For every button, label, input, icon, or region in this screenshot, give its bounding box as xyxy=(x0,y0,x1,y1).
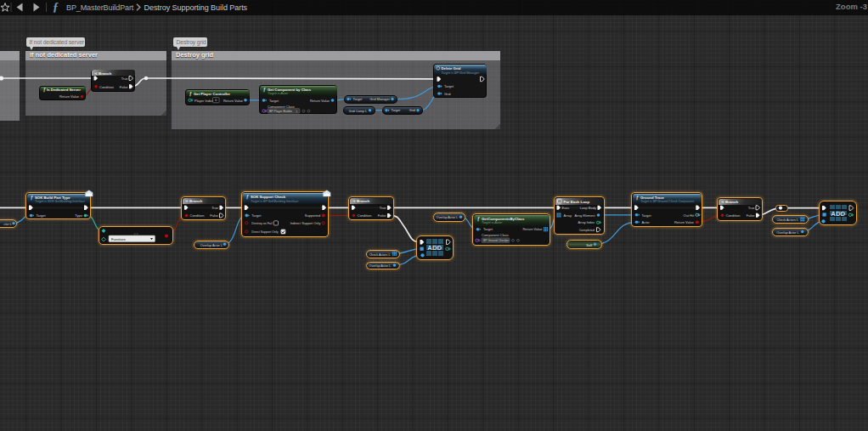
svg-text:Branch: Branch xyxy=(357,199,369,203)
svg-text:Target: Target xyxy=(392,109,401,112)
svg-text:True: True xyxy=(380,206,386,210)
svg-text:True: True xyxy=(121,77,128,81)
svg-text:Self: Self xyxy=(586,243,593,247)
svg-text:Check Actors L: Check Actors L xyxy=(776,218,798,222)
svg-text:Target: Target xyxy=(444,84,454,88)
svg-text:Out Hit: Out Hit xyxy=(684,213,695,218)
svg-text:Target: Target xyxy=(251,213,262,218)
svg-text:BP Player Buildin: BP Player Buildin xyxy=(269,110,292,113)
svg-text:Array: Array xyxy=(564,213,572,218)
svg-text:SOK Support Check: SOK Support Check xyxy=(251,195,286,199)
svg-text:Return Value: Return Value xyxy=(59,94,80,99)
svg-text:Completed: Completed xyxy=(579,229,595,232)
svg-text:Grid: Grid xyxy=(444,92,451,96)
svg-text:Overlap Actor L: Overlap Actor L xyxy=(437,216,458,219)
svg-text:Get Component by Class: Get Component by Class xyxy=(268,88,312,92)
svg-text:⋖: ⋖ xyxy=(185,199,189,203)
svg-text:Target is BP SoKBuilding Inter: Target is BP SoKBuilding Interface xyxy=(251,200,298,203)
svg-text:Condition: Condition xyxy=(99,85,114,89)
svg-text:Actor: Actor xyxy=(642,220,651,224)
svg-text:Condition: Condition xyxy=(726,213,741,218)
svg-text:Ground Trace: Ground Trace xyxy=(640,196,665,200)
svg-text:Target: Target xyxy=(642,213,652,218)
svg-text:Get Player Controller: Get Player Controller xyxy=(194,92,230,96)
svg-text:Furniture: Furniture xyxy=(111,237,126,241)
svg-text:Return Value: Return Value xyxy=(310,99,330,103)
svg-text:Overlap Actor L: Overlap Actor L xyxy=(369,264,391,268)
svg-text:Overlap Actor L: Overlap Actor L xyxy=(200,244,223,247)
svg-text:GetComponentsByClass: GetComponentsByClass xyxy=(482,217,525,221)
svg-text:Target: Target xyxy=(269,99,279,103)
svg-text:Target is Actor: Target is Actor xyxy=(268,92,289,95)
svg-text:Return Value: Return Value xyxy=(674,220,695,224)
svg-text:Player Index: Player Index xyxy=(194,99,213,103)
svg-text:ƒ: ƒ xyxy=(43,87,46,93)
svg-text:= =: = = xyxy=(133,232,138,235)
svg-text:Target: Target xyxy=(353,97,364,101)
svg-text:False: False xyxy=(210,213,219,218)
svg-text:False: False xyxy=(747,213,756,218)
svg-text:Component Class: Component Class xyxy=(482,233,509,237)
svg-text:ƒ: ƒ xyxy=(636,195,639,201)
svg-text:Target is Actor: Target is Actor xyxy=(482,221,503,224)
svg-text:Indirect Support Only: Indirect Support Only xyxy=(290,222,321,225)
svg-text:BP Ground Checker: BP Ground Checker xyxy=(483,239,510,242)
svg-text:Loop Body: Loop Body xyxy=(580,206,596,210)
svg-text:False: False xyxy=(120,85,129,89)
svg-text:SOK Build Part Type: SOK Build Part Type xyxy=(35,196,70,200)
svg-text:Delete Grid: Delete Grid xyxy=(442,66,461,71)
svg-text:ƒ: ƒ xyxy=(263,87,266,93)
svg-text:ƒ: ƒ xyxy=(246,194,249,200)
svg-text:ƒ: ƒ xyxy=(189,91,192,97)
svg-text:Condition: Condition xyxy=(358,213,372,218)
svg-text:Branch: Branch xyxy=(189,199,202,203)
svg-text:⋖: ⋖ xyxy=(721,200,724,204)
svg-text:Exec: Exec xyxy=(562,206,570,210)
svg-text:Grid Comp L: Grid Comp L xyxy=(348,110,367,113)
svg-text:Target: Target xyxy=(37,213,47,218)
svg-text:Branch: Branch xyxy=(99,71,111,76)
svg-text:True: True xyxy=(748,206,755,210)
svg-text:Check Actors L: Check Actors L xyxy=(369,253,391,257)
svg-text:Target: Target xyxy=(483,227,493,231)
svg-text:ctor L: ctor L xyxy=(3,222,13,226)
svg-text:Target is SOK ScrlBuilding Int: Target is SOK ScrlBuilding Interface xyxy=(35,200,85,203)
svg-text:Supported: Supported xyxy=(305,213,320,218)
svg-text:Return Value: Return Value xyxy=(223,99,244,103)
svg-text:Direct Support Only: Direct Support Only xyxy=(251,230,279,234)
svg-text:ƒ: ƒ xyxy=(31,195,33,201)
svg-text:Destroy on Fail: Destroy on Fail xyxy=(251,222,272,225)
svg-text:ƒ: ƒ xyxy=(477,216,480,222)
svg-text:⋖: ⋖ xyxy=(94,71,98,76)
svg-text:Condition: Condition xyxy=(190,213,205,218)
svg-text:Is Dedicated Server: Is Dedicated Server xyxy=(47,88,81,92)
svg-text:ADD: ADD xyxy=(427,244,442,252)
svg-text:⋖: ⋖ xyxy=(352,199,356,203)
svg-text:For Each Loop: For Each Loop xyxy=(564,200,590,204)
svg-text:0: 0 xyxy=(215,99,217,102)
svg-text:Grid: Grid xyxy=(409,109,415,112)
svg-text:Array Index: Array Index xyxy=(578,221,595,224)
svg-text:False: False xyxy=(378,213,387,218)
svg-text:Array Element: Array Element xyxy=(574,214,595,218)
svg-text:Branch: Branch xyxy=(725,200,738,204)
svg-text:Grid Manager: Grid Manager xyxy=(369,97,390,101)
svg-text:Return Value: Return Value xyxy=(522,227,543,231)
svg-text:Target is BP Ground Check Comp: Target is BP Ground Check Component xyxy=(640,200,695,203)
svg-text:Target is BP Grid Manager: Target is BP Grid Manager xyxy=(442,71,480,75)
svg-text:Overlap Actor L: Overlap Actor L xyxy=(776,231,798,235)
svg-text:Type: Type xyxy=(75,213,82,218)
svg-text:ADD: ADD xyxy=(831,210,845,218)
svg-text:True: True xyxy=(211,206,218,210)
svg-text:Component Class: Component Class xyxy=(268,105,295,109)
